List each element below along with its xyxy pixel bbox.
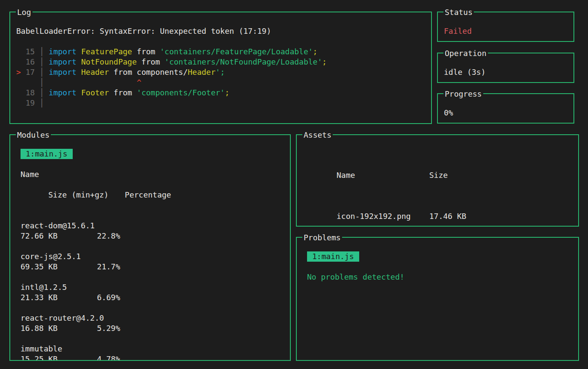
module-row: core-js@2.5.1 69.35 KB21.7% [21,251,286,272]
module-percentage: 21.7% [97,262,120,271]
code-line: > 17 │ import Header from components/Hea… [16,67,427,77]
modules-chunk-badge: 1:main.js [21,149,73,159]
modules-header-name: Name [21,169,286,180]
module-percentage: 22.8% [97,231,120,240]
module-name: immutable [21,344,286,354]
asset-name: icon-192x192.png [337,211,429,221]
assets-header-size: Size [429,171,448,180]
panel-log: Log BabelLoaderError: SyntaxError: Unexp… [9,12,432,124]
progress-value: 0% [444,108,569,118]
module-row: react-router@4.2.0 16.88 KB5.29% [21,313,286,334]
module-size: 16.88 KB [21,323,97,334]
problems-message: No problems detected! [307,272,574,282]
panel-modules: Modules 1:main.js Name Size (min+gz)Perc… [9,134,291,361]
module-size: 69.35 KB [21,262,97,272]
status-value: Failed [444,26,569,36]
log-code-block: 15 │ import FeaturePage from 'containers… [16,47,427,108]
module-row: react-dom@15.6.1 72.66 KB22.8% [21,221,286,241]
asset-row: icon-192x192.png17.46 KB [309,201,574,226]
operation-value: idle (3s) [444,67,569,77]
code-line: │ ^ [16,77,427,88]
code-line: 19 │ [16,98,427,108]
assets-header-name: Name [337,170,429,180]
module-name: core-js@2.5.1 [21,251,286,262]
panel-assets: Assets NameSize icon-192x192.png17.46 KB [296,134,579,227]
module-size: 15.25 KB [21,354,97,360]
module-row: immutable 15.25 KB4.78% [21,344,286,360]
module-name: intl@1.2.5 [21,282,286,292]
panel-operation: Operation idle (3s) [437,53,574,83]
asset-size: 17.46 KB [429,212,467,221]
modules-header-percentage: Percentage [125,190,171,199]
modules-header-size: Size (min+gz) [48,190,125,200]
log-error-message: BabelLoaderError: SyntaxError: Unexpecte… [16,26,427,36]
problems-chunk-badge: 1:main.js [307,251,359,262]
module-row: intl@1.2.5 21.33 KB6.69% [21,282,286,303]
code-line: 16 │ import NotFoundPage from 'container… [16,57,427,67]
code-line: 15 │ import FeaturePage from 'containers… [16,47,427,57]
panel-progress: Progress 0% [437,93,574,124]
module-percentage: 5.29% [97,324,120,333]
code-line: 18 │ import Footer from 'components/Foot… [16,88,427,98]
module-percentage: 6.69% [97,293,120,302]
module-name: react-dom@15.6.1 [21,221,286,231]
panel-status: Status Failed [437,12,574,42]
module-percentage: 4.78% [97,354,120,360]
module-size: 72.66 KB [21,231,97,241]
module-size: 21.33 KB [21,292,97,303]
panel-problems: Problems 1:main.js No problems detected! [296,237,579,361]
module-name: react-router@4.2.0 [21,313,286,323]
